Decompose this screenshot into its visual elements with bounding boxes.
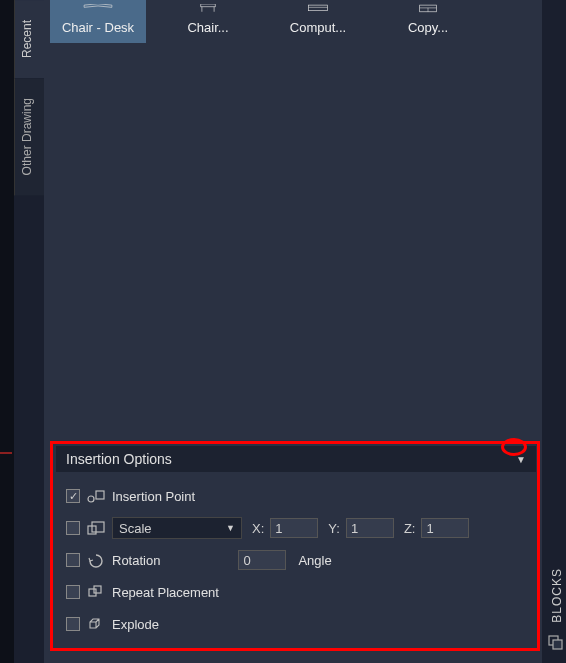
insertion-point-checkbox[interactable] [66, 489, 80, 503]
block-chair-desk[interactable]: Chair - Desk [50, 0, 146, 43]
explode-icon [86, 615, 106, 633]
svg-rect-15 [553, 640, 562, 649]
chevron-down-icon: ▼ [226, 523, 235, 533]
svg-rect-9 [96, 491, 104, 499]
explode-label: Explode [112, 617, 159, 632]
chair-desk-icon [68, 4, 128, 14]
svg-rect-0 [201, 4, 215, 7]
block-label: Chair - Desk [52, 20, 144, 35]
block-copy[interactable]: Copy... [380, 0, 476, 43]
y-label: Y: [328, 521, 340, 536]
insertion-point-icon [86, 487, 106, 505]
insertion-point-label: Insertion Point [112, 489, 195, 504]
scale-z-input[interactable] [421, 518, 469, 538]
insertion-options-panel: Insertion Options ▼ Insertion Point [56, 446, 536, 658]
rotation-checkbox[interactable] [66, 553, 80, 567]
scale-row: Scale ▼ X: Y: Z: [66, 514, 526, 542]
palette-title: BLOCKS [550, 568, 564, 623]
block-gallery: Chair - Desk Chair... Comput... [44, 0, 542, 43]
insertion-point-row: Insertion Point [66, 482, 526, 510]
explode-checkbox[interactable] [66, 617, 80, 631]
z-label: Z: [404, 521, 416, 536]
explode-row: Explode [66, 610, 526, 638]
insertion-options-header[interactable]: Insertion Options ▼ [56, 446, 536, 472]
tab-recent[interactable]: Recent [14, 0, 44, 78]
tab-other-drawing[interactable]: Other Drawing [14, 78, 44, 195]
scale-y-input[interactable] [346, 518, 394, 538]
svg-rect-3 [309, 5, 328, 11]
angle-label: Angle [298, 553, 331, 568]
rotation-angle-input[interactable] [238, 550, 286, 570]
repeat-placement-checkbox[interactable] [66, 585, 80, 599]
panel-title: Insertion Options [66, 451, 172, 467]
annotation-circle [501, 438, 527, 456]
repeat-placement-icon [86, 583, 106, 601]
repeat-placement-label: Repeat Placement [112, 585, 219, 600]
block-label: Comput... [272, 20, 364, 35]
repeat-placement-row: Repeat Placement [66, 578, 526, 606]
scale-icon [86, 519, 106, 537]
x-label: X: [252, 521, 264, 536]
block-label: Chair... [162, 20, 254, 35]
chair-icon [183, 4, 233, 14]
block-chair[interactable]: Chair... [160, 0, 256, 43]
rotation-icon [86, 551, 106, 569]
rotation-label: Rotation [112, 553, 160, 568]
palette-properties-icon[interactable] [546, 633, 564, 651]
rotation-row: Rotation Angle [66, 546, 526, 574]
computer-icon [293, 4, 343, 14]
scale-checkbox[interactable] [66, 521, 80, 535]
svg-point-8 [88, 496, 94, 502]
scale-dropdown[interactable]: Scale ▼ [112, 517, 242, 539]
copier-icon [403, 4, 453, 14]
side-tabs: Recent Other Drawing [14, 0, 44, 663]
scale-dropdown-label: Scale [119, 521, 152, 536]
svg-rect-11 [92, 522, 104, 532]
block-label: Copy... [382, 20, 474, 35]
block-computer[interactable]: Comput... [270, 0, 366, 43]
scale-x-input[interactable] [270, 518, 318, 538]
